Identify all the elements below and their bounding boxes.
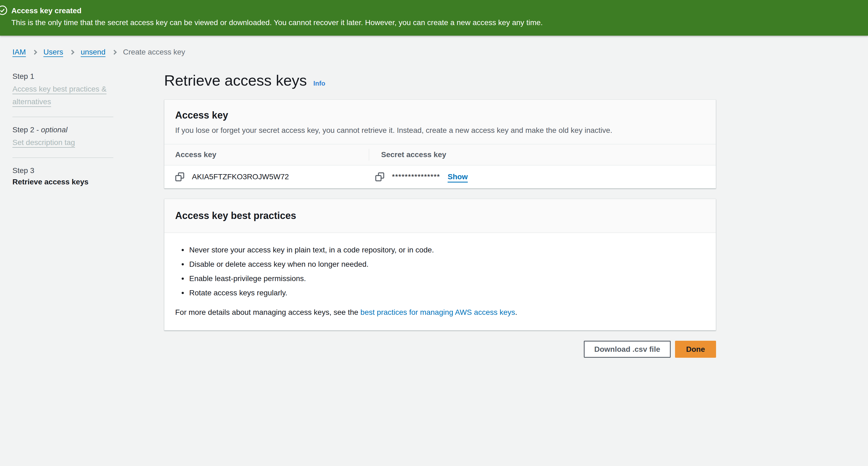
best-practices-card-header: Access key best practices	[164, 199, 716, 233]
show-secret-link[interactable]: Show	[447, 173, 468, 181]
best-practices-link[interactable]: best practices for managing AWS access k…	[360, 308, 515, 316]
key-table-header: Access key Secret access key	[164, 145, 716, 165]
copy-icon[interactable]	[375, 172, 384, 181]
check-circle-icon	[0, 5, 7, 15]
chevron-right-icon	[32, 50, 37, 55]
success-flashbar: Access key created This is the only time…	[0, 0, 868, 36]
step-divider	[12, 157, 113, 158]
page-content: IAM Users unsend Create access key Step …	[0, 48, 868, 358]
secret-key-column-header: Secret access key	[381, 150, 446, 159]
copy-icon[interactable]	[175, 172, 184, 181]
info-link[interactable]: Info	[313, 80, 325, 87]
breadcrumb: IAM Users unsend Create access key	[12, 48, 868, 57]
breadcrumb-iam[interactable]: IAM	[12, 48, 26, 57]
step2-link[interactable]: Set description tag	[12, 136, 75, 149]
list-item: Enable least-privilege permissions.	[175, 271, 705, 286]
access-key-card-header: Access key If you lose or forget your se…	[164, 100, 716, 145]
best-practices-list: Never store your access key in plain tex…	[175, 243, 705, 300]
step1-label: Step 1	[12, 72, 113, 81]
chevron-right-icon	[112, 50, 117, 55]
breadcrumb-users[interactable]: Users	[43, 48, 63, 57]
step-divider	[12, 117, 113, 117]
download-csv-button[interactable]: Download .csv file	[584, 341, 671, 358]
action-bar: Download .csv file Done	[164, 341, 716, 358]
step2-optional: optional	[41, 126, 67, 134]
best-practices-card-body: Never store your access key in plain tex…	[164, 233, 716, 330]
banner-title: Access key created	[11, 6, 852, 15]
access-key-card-description: If you lose or forget your secret access…	[175, 126, 705, 135]
wizard-steps: Step 1 Access key best practices & alter…	[12, 72, 164, 358]
step3-current-title: Retrieve access keys	[12, 177, 113, 187]
access-key-value: AKIA5FTZFKO3ROJW5W72	[192, 173, 289, 181]
chevron-right-icon	[69, 50, 74, 55]
access-key-card: Access key If you lose or forget your se…	[164, 99, 716, 188]
step3-label: Step 3	[12, 166, 113, 175]
done-button[interactable]: Done	[675, 341, 716, 358]
list-item: Rotate access keys regularly.	[175, 286, 705, 300]
best-practices-card: Access key best practices Never store yo…	[164, 199, 716, 331]
breadcrumb-current: Create access key	[123, 48, 185, 57]
key-table-row: AKIA5FTZFKO3ROJW5W72 *************** Sho…	[164, 165, 716, 188]
list-item: Disable or delete access key when no lon…	[175, 257, 705, 271]
page-title: Retrieve access keys	[164, 72, 307, 89]
list-item: Never store your access key in plain tex…	[175, 243, 705, 257]
access-key-column-header: Access key	[175, 150, 216, 159]
main-panel: Retrieve access keys Info Access key If …	[164, 72, 716, 358]
best-practices-footer: For more details about managing access k…	[175, 308, 705, 317]
access-key-card-title: Access key	[175, 110, 705, 121]
step1-link[interactable]: Access key best practices & alternatives	[12, 83, 113, 108]
secret-key-masked-value: ***************	[392, 173, 440, 181]
best-practices-card-title: Access key best practices	[175, 210, 705, 222]
step2-label: Step 2 - optional	[12, 125, 113, 134]
banner-message: This is the only time that the secret ac…	[11, 18, 852, 28]
breadcrumb-unsend[interactable]: unsend	[81, 48, 105, 57]
